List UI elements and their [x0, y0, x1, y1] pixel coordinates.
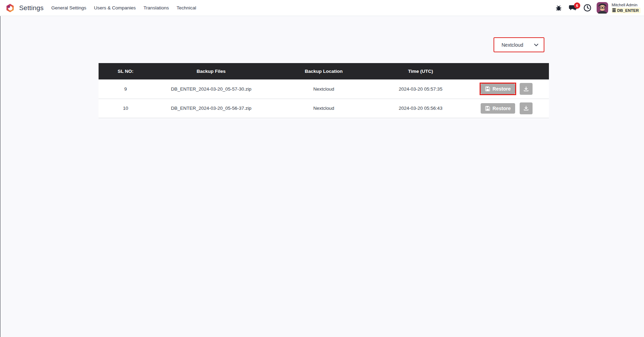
- cell-actions: Restore: [463, 99, 549, 118]
- messages-chat-icon[interactable]: 6: [569, 3, 577, 13]
- table-row: 9 DB_ENTER_2024-03-20_05-57-30.zip Nextc…: [99, 79, 549, 99]
- backup-table-container: SL NO: Backup Files Backup Location Time…: [99, 63, 549, 118]
- header-sl-no: SL NO:: [99, 63, 153, 79]
- chevron-down-icon: [534, 44, 538, 46]
- content-area: Nextcloud SL NO: Backup Files Backup Loc…: [0, 16, 644, 337]
- app-submenu: General Settings Users & Companies Trans…: [51, 3, 196, 13]
- database-icon: [612, 8, 616, 12]
- cell-backup-location: Nextcloud: [270, 79, 378, 99]
- header-backup-location: Backup Location: [270, 63, 378, 79]
- download-button[interactable]: [520, 83, 533, 95]
- cell-sl-no: 9: [99, 79, 153, 99]
- restore-button[interactable]: Restore: [481, 103, 515, 114]
- database-name: DB_ENTER: [617, 8, 639, 13]
- backup-table: SL NO: Backup Files Backup Location Time…: [99, 63, 549, 118]
- backup-location-dropdown-value: Nextcloud: [502, 42, 523, 48]
- restore-box: Restore: [480, 102, 516, 115]
- user-name: Mitchell Admin: [612, 2, 641, 7]
- odoo-window: Settings General Settings Users & Compan…: [0, 0, 644, 337]
- user-avatar[interactable]: [597, 2, 608, 14]
- save-floppy-icon: [485, 86, 490, 91]
- backup-location-dropdown[interactable]: Nextcloud: [494, 37, 544, 52]
- top-navbar: Settings General Settings Users & Compan…: [0, 0, 644, 16]
- download-icon: [523, 106, 529, 111]
- menu-item-translations[interactable]: Translations: [143, 3, 169, 13]
- debug-bug-icon[interactable]: [554, 3, 563, 13]
- cell-backup-file: DB_ENTER_2024-03-20_05-56-37.zip: [153, 99, 270, 118]
- odoo-logo[interactable]: [6, 3, 15, 13]
- messages-count-badge: 6: [574, 2, 580, 9]
- download-button[interactable]: [520, 102, 533, 114]
- menu-item-technical[interactable]: Technical: [177, 3, 196, 13]
- table-row: 10 DB_ENTER_2024-03-20_05-56-37.zip Next…: [99, 99, 549, 118]
- menu-item-general-settings[interactable]: General Settings: [51, 3, 86, 13]
- table-header-row: SL NO: Backup Files Backup Location Time…: [99, 63, 549, 79]
- cell-backup-location: Nextcloud: [270, 99, 378, 118]
- app-menu-title[interactable]: Settings: [19, 4, 44, 12]
- cell-time-utc: 2024-03-20 05:56:43: [378, 99, 464, 118]
- header-actions: [463, 63, 549, 79]
- restore-button-label: Restore: [492, 86, 511, 92]
- activities-clock-icon[interactable]: [583, 3, 591, 13]
- restore-highlight-box: Restore: [480, 83, 516, 95]
- save-floppy-icon: [485, 106, 490, 111]
- header-time-utc: Time (UTC): [378, 63, 464, 79]
- odoo-hexagon-logo-icon: [6, 3, 15, 13]
- restore-button-label: Restore: [492, 106, 511, 111]
- database-badge: DB_ENTER: [612, 8, 641, 13]
- download-icon: [523, 86, 529, 92]
- user-menu[interactable]: Mitchell Admin DB_ENTER: [612, 2, 641, 13]
- cell-sl-no: 10: [99, 99, 153, 118]
- menu-item-users-companies[interactable]: Users & Companies: [94, 3, 136, 13]
- cell-backup-file: DB_ENTER_2024-03-20_05-57-30.zip: [153, 79, 270, 99]
- restore-button[interactable]: Restore: [481, 84, 515, 94]
- cell-actions: Restore: [463, 79, 549, 99]
- header-backup-files: Backup Files: [153, 63, 270, 79]
- cell-time-utc: 2024-03-20 05:57:35: [378, 79, 464, 99]
